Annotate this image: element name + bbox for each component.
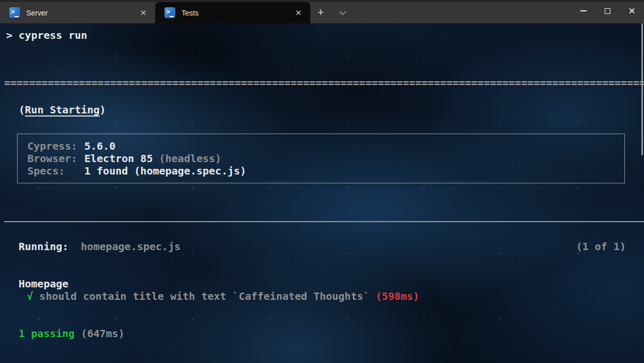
test-result-line: √ should contain title with text `Caffei…: [27, 290, 644, 302]
run-starting-label: Run Starting: [25, 104, 100, 116]
tab-server-title: Server: [26, 9, 137, 17]
terminal-viewport[interactable]: > cypress run ==========================…: [0, 23, 644, 363]
powershell-icon: >: [9, 7, 20, 18]
running-spec-line: Running:homepage.spec.js: [19, 240, 644, 253]
test-title: should contain title with text `Caffeina…: [33, 290, 376, 302]
passing-count: 1 passing: [19, 327, 74, 340]
minimize-icon: [580, 10, 587, 11]
summary-line: 1 passing (647ms): [19, 327, 644, 340]
info-row-browser: Browser:Electron 85 (headless): [27, 152, 624, 165]
tab-server-close-icon[interactable]: ✕: [137, 6, 150, 20]
run-info-box: Cypress:5.6.0 Browser:Electron 85 (headl…: [17, 134, 625, 183]
check-icon: √: [27, 290, 33, 302]
tab-tests[interactable]: > Tests ✕: [155, 2, 310, 23]
chevron-down-icon: [339, 8, 346, 15]
summary-duration: (647ms): [74, 327, 124, 340]
info-row-specs: Specs:1 found (homepage.spec.js): [27, 165, 624, 177]
scrollbar-thumb[interactable]: [641, 23, 643, 155]
minimize-button[interactable]: [571, 0, 595, 22]
new-tab-button[interactable]: +: [311, 3, 330, 22]
tab-tests-close-icon[interactable]: ✕: [292, 6, 305, 20]
tab-dropdown-button[interactable]: [332, 3, 351, 22]
test-duration: (598ms): [376, 290, 419, 302]
suite-name: Homepage: [19, 278, 644, 290]
close-icon: ✕: [628, 7, 635, 16]
plus-icon: +: [318, 7, 324, 18]
maximize-button[interactable]: [595, 0, 620, 22]
info-row-cypress: Cypress:5.6.0: [27, 140, 624, 152]
section-divider: [4, 221, 644, 222]
equals-separator-row: ========================================…: [4, 77, 644, 89]
run-starting-heading: (Run Starting): [19, 104, 644, 116]
powershell-icon: >: [164, 7, 175, 18]
tab-tests-title: Tests: [182, 9, 292, 17]
tab-server[interactable]: > Server ✕: [0, 2, 155, 23]
maximize-icon: [605, 8, 610, 14]
running-spec-filename: homepage.spec.js: [81, 240, 181, 253]
titlebar: > Server ✕ > Tests ✕ + ✕: [0, 0, 644, 23]
windows-terminal-window: > Server ✕ > Tests ✕ + ✕: [0, 0, 644, 363]
close-window-button[interactable]: ✕: [620, 0, 644, 22]
command-line: > cypress run: [6, 29, 644, 41]
spec-counter: (1 of 1): [576, 240, 626, 253]
